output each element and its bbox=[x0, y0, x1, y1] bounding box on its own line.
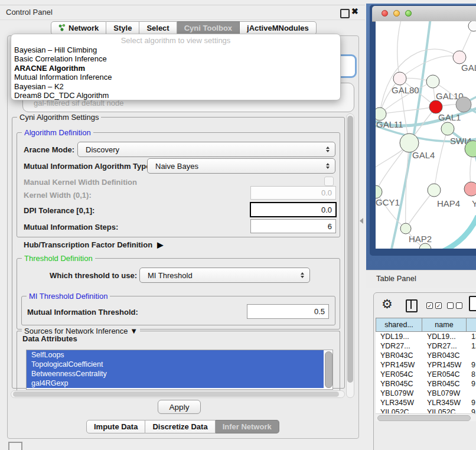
export-table-icon[interactable] bbox=[469, 296, 476, 311]
network-node-gal80[interactable] bbox=[393, 72, 406, 85]
unchecked-checkbox-icon[interactable] bbox=[456, 302, 462, 309]
network-node-hap2[interactable] bbox=[400, 223, 411, 234]
network-node-gcy1[interactable] bbox=[376, 185, 382, 198]
algorithm-option[interactable]: Bayesian – K2 bbox=[11, 82, 340, 91]
network-node-gal[interactable] bbox=[453, 51, 466, 64]
splitpane-collapse-arrow[interactable] bbox=[360, 218, 363, 224]
scrollbar-thumb[interactable] bbox=[13, 392, 339, 397]
tab-impute-data[interactable]: Impute Data bbox=[86, 420, 145, 433]
mi-algorithm-type-combo[interactable]: Naive Bayes bbox=[147, 158, 335, 174]
algorithm-option[interactable]: Dream8 DC_TDC Algorithm bbox=[11, 91, 340, 100]
table-row[interactable]: YLR345WYLR345W9. bbox=[376, 398, 476, 407]
close-icon[interactable]: ✖ bbox=[351, 6, 358, 16]
tab-jactivemnodules[interactable]: jActiveMNodules bbox=[240, 21, 317, 35]
table-cell[interactable]: YLR345W bbox=[376, 398, 422, 407]
scrollbar-thumb[interactable] bbox=[347, 116, 353, 383]
table-cell[interactable]: YBL079W bbox=[422, 389, 467, 398]
network-node[interactable] bbox=[468, 21, 476, 31]
which-threshold-combo[interactable]: MI Threshold bbox=[139, 268, 310, 283]
network-node-hap4[interactable] bbox=[428, 184, 441, 197]
table-cell[interactable]: YER054C bbox=[376, 370, 422, 379]
attribute-item[interactable]: gal4RGexp bbox=[27, 379, 324, 388]
table-cell[interactable]: YPR145W bbox=[422, 360, 467, 370]
algorithm-option[interactable]: Mutual Information Inference bbox=[11, 73, 340, 81]
network-node[interactable] bbox=[419, 243, 431, 249]
minimize-traffic-light-icon[interactable] bbox=[393, 10, 400, 17]
table-cell[interactable]: YER054C bbox=[422, 370, 467, 379]
table-cell[interactable]: YBL079W bbox=[376, 389, 422, 398]
table-row[interactable]: YDL19...YDL19...13 bbox=[376, 332, 476, 341]
table-cell[interactable]: YPR145W bbox=[376, 360, 422, 370]
algorithm-option[interactable]: Bayesian – Hill Climbing bbox=[11, 45, 340, 54]
network-node-gal10[interactable] bbox=[426, 75, 439, 88]
table-cell[interactable] bbox=[467, 389, 476, 398]
column-header[interactable]: name bbox=[422, 318, 467, 332]
table-horizontal-scrollbar[interactable] bbox=[376, 413, 476, 421]
table-cell[interactable]: YBR043C bbox=[376, 351, 422, 360]
table-row[interactable]: YDR27...YDR27...12 bbox=[376, 341, 476, 351]
columns-icon[interactable] bbox=[406, 299, 418, 312]
gear-icon[interactable]: ⚙ bbox=[382, 298, 393, 310]
table-cell[interactable]: YDR27... bbox=[376, 341, 422, 351]
combo-spinner-icon bbox=[326, 163, 330, 169]
settings-horizontal-scrollbar[interactable] bbox=[11, 390, 345, 398]
attribute-item[interactable]: SelfLoops bbox=[27, 350, 324, 360]
mi-threshold-field[interactable]: 0.5 bbox=[247, 304, 329, 319]
tab-cyni-toolbox[interactable]: Cyni Toolbox bbox=[177, 21, 240, 35]
attributes-list-scrollbar[interactable] bbox=[325, 351, 332, 388]
tab-select[interactable]: Select bbox=[139, 21, 177, 35]
tab-infer-network[interactable]: Infer Network bbox=[216, 420, 279, 433]
close-traffic-light-icon[interactable] bbox=[382, 10, 388, 17]
unchecked-checkbox-icon[interactable] bbox=[447, 302, 454, 309]
float-window-icon[interactable] bbox=[340, 9, 350, 18]
table-cell[interactable]: 12 bbox=[467, 341, 476, 351]
algorithm-option[interactable]: Basic Correlation Inference bbox=[11, 54, 340, 63]
hub-tf-definition-expander[interactable]: Hub/Transcription Factor Definition ▶ bbox=[24, 240, 163, 249]
dpi-tolerance-field[interactable]: 0.0 bbox=[250, 202, 337, 217]
algorithm-option[interactable]: ARACNE Algorithm bbox=[11, 64, 340, 73]
table-cell[interactable]: 13 bbox=[467, 332, 476, 341]
table-row[interactable]: YBR045CYBR045C9. bbox=[376, 379, 476, 389]
table-cell[interactable]: YDL19... bbox=[376, 332, 422, 341]
table-cell[interactable]: 8. bbox=[467, 370, 476, 379]
table-cell[interactable]: YBR045C bbox=[422, 379, 467, 389]
network-node-y[interactable] bbox=[464, 182, 476, 196]
table-row[interactable]: YER054CYER054C8. bbox=[376, 370, 476, 379]
column-header[interactable]: shared... bbox=[376, 318, 422, 332]
table-cell[interactable]: YDL19... bbox=[422, 332, 467, 341]
tab-label: Style bbox=[113, 24, 132, 32]
network-node[interactable] bbox=[456, 97, 471, 112]
zoom-traffic-light-icon[interactable] bbox=[405, 10, 412, 17]
tab-discretize-data[interactable]: Discretize Data bbox=[145, 420, 215, 433]
table-cell[interactable]: 9. bbox=[467, 360, 476, 370]
data-attributes-list[interactable]: SelfLoopsTopologicalCoefficientBetweenne… bbox=[26, 350, 333, 390]
table-row[interactable]: YPR145WYPR145W9. bbox=[376, 360, 476, 370]
table-row[interactable]: YBL079WYBL079W bbox=[376, 389, 476, 398]
table-cell[interactable]: YLR345W bbox=[422, 398, 467, 407]
attribute-item[interactable]: BetweennessCentrality bbox=[27, 369, 324, 379]
network-node-swi4[interactable] bbox=[441, 122, 454, 135]
table-cell[interactable] bbox=[467, 351, 476, 360]
apply-button[interactable]: Apply bbox=[158, 400, 201, 414]
table-cell[interactable]: 9. bbox=[467, 398, 476, 407]
top-divider bbox=[0, 5, 365, 5]
table-row[interactable]: YBR043CYBR043C bbox=[376, 351, 476, 360]
tab-network[interactable]: Network bbox=[51, 21, 106, 35]
minimized-panel-icon[interactable] bbox=[8, 442, 22, 450]
network-node-gal11[interactable] bbox=[376, 107, 386, 120]
network-canvas[interactable]: GALGAL80GAL10GAL1GAL11SWI4GAL4GCY1HAP4YH… bbox=[376, 21, 476, 249]
table-cell[interactable]: YBR045C bbox=[376, 379, 422, 389]
tab-style[interactable]: Style bbox=[106, 21, 139, 35]
network-node-gal1[interactable] bbox=[429, 100, 442, 113]
attribute-item[interactable]: TopologicalCoefficient bbox=[27, 360, 324, 369]
column-header[interactable] bbox=[467, 318, 476, 332]
table-cell[interactable]: YBR043C bbox=[422, 351, 467, 360]
mi-steps-field[interactable]: 6 bbox=[250, 219, 336, 233]
checked-checkbox-icon[interactable]: ✓ bbox=[426, 302, 433, 309]
scrollbar-thumb[interactable] bbox=[377, 415, 471, 421]
aracne-mode-combo[interactable]: Discovery bbox=[77, 142, 335, 157]
table-cell[interactable]: 9. bbox=[467, 379, 476, 389]
table-cell[interactable]: YDR27... bbox=[422, 341, 467, 351]
checked-checkbox-icon[interactable]: ✓ bbox=[435, 302, 442, 309]
settings-vertical-scrollbar[interactable] bbox=[346, 113, 354, 398]
